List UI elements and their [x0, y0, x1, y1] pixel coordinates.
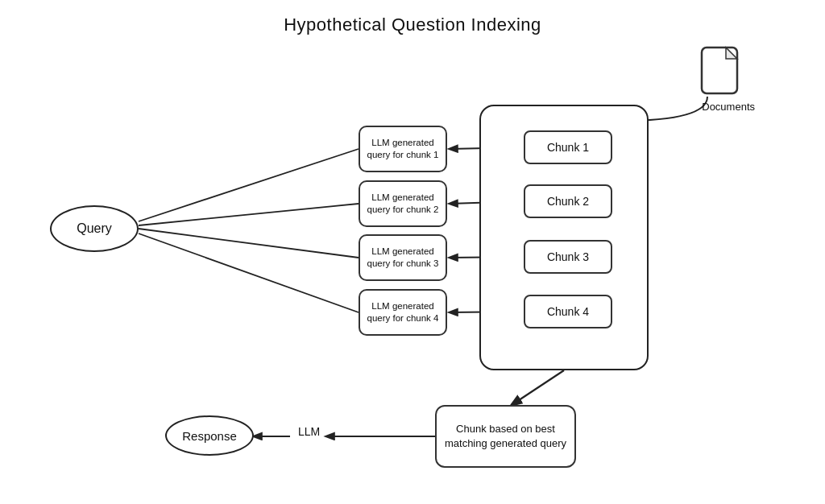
result-box: Chunk based on best matching generated q…	[435, 405, 576, 468]
page-title: Hypothetical Question Indexing	[0, 0, 825, 35]
chunk-box-2: Chunk 2	[524, 184, 612, 218]
diagram-container: Hypothetical Question Indexing	[0, 0, 825, 504]
document-icon	[699, 44, 740, 97]
llm-label: LLM	[298, 425, 320, 438]
query-box-3-label: LLM generated query for chunk 3	[360, 246, 446, 270]
svg-line-2	[139, 229, 359, 258]
query-label: Query	[77, 221, 112, 236]
query-box-1-label: LLM generated query for chunk 1	[360, 137, 446, 161]
chunk-3-label: Chunk 3	[547, 250, 589, 263]
svg-line-3	[139, 233, 359, 312]
result-box-label: Chunk based on best matching generated q…	[437, 422, 574, 451]
query-ellipse: Query	[50, 205, 139, 252]
query-box-2-label: LLM generated query for chunk 2	[360, 192, 446, 216]
documents-label: Documents	[702, 101, 755, 113]
response-ellipse: Response	[165, 415, 254, 456]
query-box-1: LLM generated query for chunk 1	[359, 126, 447, 172]
svg-line-1	[139, 204, 359, 225]
chunk-box-3: Chunk 3	[524, 240, 612, 274]
query-box-3: LLM generated query for chunk 3	[359, 234, 447, 281]
response-label: Response	[182, 429, 237, 443]
query-box-4: LLM generated query for chunk 4	[359, 289, 447, 336]
query-box-4-label: LLM generated query for chunk 4	[360, 300, 446, 324]
chunk-2-label: Chunk 2	[547, 195, 589, 208]
chunk-1-label: Chunk 1	[547, 141, 589, 154]
query-box-2: LLM generated query for chunk 2	[359, 180, 447, 227]
svg-line-0	[139, 149, 359, 221]
chunk-4-label: Chunk 4	[547, 305, 589, 318]
svg-line-8	[512, 370, 564, 405]
chunk-box-1: Chunk 1	[524, 130, 612, 164]
chunk-box-4: Chunk 4	[524, 295, 612, 328]
